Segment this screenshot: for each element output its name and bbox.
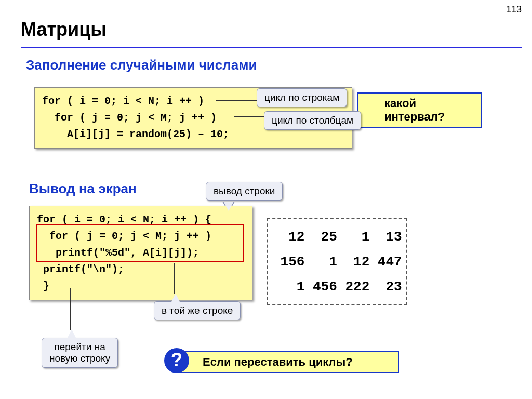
question-interval-text: какой интервал?	[384, 97, 445, 123]
slide-title: Матрицы	[21, 19, 107, 41]
callout-output-row: вывод строки	[206, 182, 283, 201]
callout-same-line: в той же строке	[154, 301, 241, 320]
matrix-output: 12 25 1 13 156 1 12 447 1 456 222 23	[267, 218, 407, 305]
question-swap-loops-text: Если переставить циклы?	[203, 355, 353, 368]
connector-line	[70, 288, 71, 330]
callout-tail-icon	[223, 202, 234, 211]
question-mark-icon: ?	[164, 348, 189, 373]
question-interval: какой интервал?	[357, 92, 482, 128]
callout-tail-icon	[171, 294, 180, 302]
callout-cols: цикл по столбцам	[264, 111, 361, 130]
title-underline	[21, 47, 522, 48]
connector-line	[216, 100, 258, 101]
callout-rows: цикл по строкам	[257, 88, 347, 107]
question-swap-loops: Если переставить циклы?	[176, 351, 399, 373]
callout-tail-icon	[68, 329, 76, 338]
callout-newline: перейти на новую строку	[42, 338, 118, 368]
subtitle-output: Вывод на экран	[29, 181, 137, 197]
highlight-inner-loop	[36, 224, 244, 262]
subtitle-fill-random: Заполнение случайными числами	[26, 57, 257, 73]
connector-line	[234, 116, 265, 117]
page-number: 113	[506, 4, 522, 15]
connector-line	[174, 263, 175, 294]
